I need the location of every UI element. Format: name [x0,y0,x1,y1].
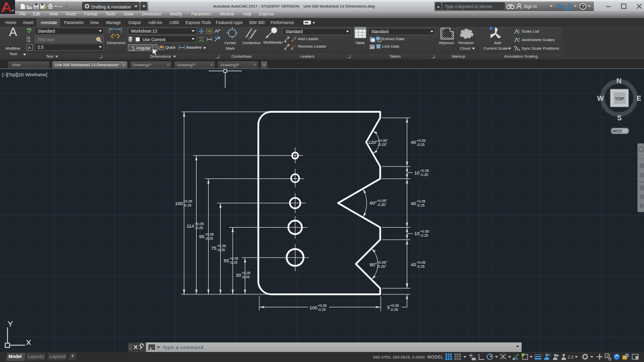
svg-text:WCS: WCS [612,129,622,133]
svg-text:-0.25: -0.25 [205,237,213,240]
svg-text:114: 114 [187,223,194,229]
svg-text:+0.05: +0.05 [420,230,429,233]
svg-text:-0.25: -0.25 [417,143,425,146]
svg-text:90°: 90° [370,262,377,267]
svg-text:E: E [636,94,641,102]
svg-text:40: 40 [411,201,416,206]
svg-text:120°: 120° [368,139,378,145]
svg-text:-0.25: -0.25 [420,234,428,237]
svg-text:-0.25°: -0.25° [377,203,387,207]
svg-text:-0.25: -0.25 [390,308,398,311]
svg-text:+0.05: +0.05 [417,139,426,142]
svg-text:-0.25: -0.25 [217,248,225,252]
svg-text:+0.05: +0.05 [318,304,327,307]
svg-text:40: 40 [411,139,416,145]
svg-text:+0.05: +0.05 [390,304,399,307]
svg-text:95: 95 [199,234,205,239]
svg-text:TOP: TOP [615,96,624,101]
svg-text:-0.25: -0.25 [230,261,238,264]
svg-text:10: 10 [414,231,420,236]
svg-text:-0.25: -0.25 [420,173,428,176]
svg-text:+0.05: +0.05 [184,200,193,203]
svg-text:+0.05: +0.05 [417,261,426,264]
svg-text:+0.05: +0.05 [217,244,226,248]
svg-text:30: 30 [236,272,241,278]
svg-text:-0.25: -0.25 [195,226,203,230]
svg-text:1:1: 1:1 [568,354,574,359]
svg-text:75: 75 [211,245,217,251]
svg-text:+0.05°: +0.05° [378,139,388,142]
svg-text:+0.05: +0.05 [242,271,251,275]
svg-text:+0.05°: +0.05° [377,199,388,203]
svg-text:-0.25: -0.25 [318,308,326,311]
svg-text:-0.25°: -0.25° [377,265,387,268]
svg-text:60°: 60° [370,200,377,206]
svg-text:+0.05: +0.05 [205,233,214,236]
svg-text:-0.25: -0.25 [184,204,192,207]
svg-text:+0.05: +0.05 [420,169,429,172]
svg-text:-0.25: -0.25 [417,265,425,268]
svg-text:-0.25°: -0.25° [378,143,387,146]
svg-text:+0.05: +0.05 [417,200,426,203]
svg-text:N: N [616,77,621,85]
svg-text:+0.05: +0.05 [230,257,239,260]
svg-text:5: 5 [387,304,390,310]
svg-text:S: S [617,114,621,122]
svg-text:55: 55 [224,258,229,263]
svg-text:10: 10 [414,170,420,175]
svg-text:+0.05: +0.05 [195,222,204,226]
svg-text:150: 150 [175,201,183,206]
svg-text:-0.25: -0.25 [242,275,250,279]
svg-text:-0.25: -0.25 [417,204,425,207]
svg-text:+0.05°: +0.05° [377,261,388,264]
svg-text:W: W [597,94,604,102]
svg-text:40: 40 [411,262,416,267]
svg-text:100: 100 [309,305,317,310]
